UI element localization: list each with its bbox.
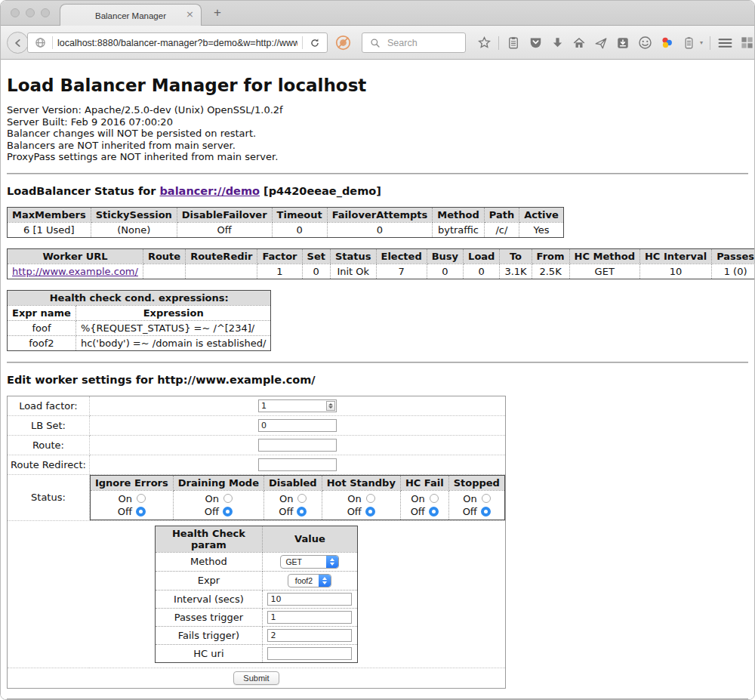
disabled-off-radio[interactable] <box>297 507 307 517</box>
zoom-window-button[interactable] <box>41 8 50 17</box>
hc-expr-select[interactable]: foof2 <box>288 574 331 587</box>
url-bar[interactable]: localhost:8880/balancer-manager?b=demo&w… <box>27 32 328 53</box>
send-tab-icon[interactable] <box>593 35 609 51</box>
col-timeout: Timeout <box>272 207 327 222</box>
heading-prefix: LoadBalancer Status for <box>7 185 159 197</box>
col-load: Load <box>464 248 500 264</box>
close-tab-icon[interactable]: × <box>186 9 194 20</box>
route-input[interactable] <box>258 439 337 452</box>
hc-method-select[interactable]: GET <box>280 555 339 569</box>
divider-rule <box>7 173 748 174</box>
pocket-icon[interactable] <box>528 35 543 51</box>
col-routeredir: RouteRedir <box>186 248 257 264</box>
cell-active: Yes <box>519 222 564 237</box>
col-hot-standby: Hot Standby <box>322 475 400 490</box>
hot-standby-on-radio[interactable] <box>366 494 375 503</box>
tiles-icon[interactable] <box>739 35 754 51</box>
loadbalancer-status-heading: LoadBalancer Status for balancer://demo … <box>7 185 748 197</box>
hc-passes-input[interactable] <box>267 611 352 624</box>
col-factor: Factor <box>257 248 302 264</box>
worker-url-link[interactable]: http://www.example.com/ <box>12 266 138 277</box>
menu-icon[interactable] <box>717 35 732 51</box>
emoji-extension-icon[interactable] <box>637 35 652 51</box>
hc-fail-on-radio[interactable] <box>430 494 439 503</box>
cell-route <box>143 264 185 279</box>
load-factor-row: Load factor: <box>8 396 506 415</box>
off-label: Off <box>205 506 219 517</box>
divider-rule <box>7 362 748 363</box>
hc-expr-row: Expr foof2 <box>155 571 357 590</box>
ignore-errors-off-radio[interactable] <box>136 507 146 517</box>
new-tab-button[interactable]: + <box>214 5 221 20</box>
cell-disablefailover: Off <box>177 222 272 237</box>
search-icon <box>368 35 383 51</box>
col-expr-name: Expr name <box>8 305 76 320</box>
draining-mode-off-radio[interactable] <box>223 507 233 517</box>
globe-icon <box>32 35 48 51</box>
route-redirect-row: Route Redirect: <box>8 455 506 474</box>
hc-fail-off-radio[interactable] <box>429 507 439 517</box>
colorful-extension-icon[interactable] <box>659 35 674 51</box>
cell-method: bytraffic <box>433 222 484 237</box>
close-window-button[interactable] <box>11 8 20 17</box>
persist-notice-line: Balancer changes will NOT be persisted o… <box>7 128 748 140</box>
hc-method-label: Method <box>155 552 262 571</box>
load-factor-input[interactable] <box>258 399 337 412</box>
submit-button[interactable]: Submit <box>233 671 279 685</box>
downloads-icon[interactable] <box>550 35 565 51</box>
expr-row-foof: foof %{REQUEST_STATUS} =~ /^[234]/ <box>8 320 271 335</box>
hc-uri-label: HC uri <box>155 644 262 662</box>
draining-mode-radios: On Off <box>205 493 233 517</box>
col-failoverattempts: FailoverAttempts <box>327 207 433 222</box>
cell-failoverattempts: 0 <box>327 222 433 237</box>
col-path: Path <box>484 207 519 222</box>
col-passes: Passes <box>712 248 754 264</box>
off-label: Off <box>463 506 477 517</box>
back-button[interactable] <box>7 32 29 54</box>
route-redirect-input[interactable] <box>258 458 337 471</box>
worker-header-row: Worker URL Route RouteRedir Factor Set S… <box>8 248 755 264</box>
reading-list-icon[interactable] <box>506 35 521 51</box>
urlbar-divider <box>52 36 53 49</box>
cell-expression: %{REQUEST_STATUS} =~ /^[234]/ <box>76 320 271 335</box>
expr-table-title: Health check cond. expressions: <box>8 290 271 305</box>
status-row: Status: Ignore Errors Draining Mode Disa… <box>8 474 506 520</box>
save-page-extension-icon[interactable] <box>615 35 630 51</box>
col-method: Method <box>433 207 484 222</box>
on-label: On <box>347 493 361 504</box>
stopped-on-radio[interactable] <box>482 494 491 503</box>
search-bar[interactable]: Search <box>362 32 466 53</box>
balancer-demo-link[interactable]: balancer://demo <box>159 185 260 197</box>
hc-fails-input[interactable] <box>267 629 352 642</box>
bookmark-star-icon[interactable] <box>476 35 492 51</box>
extension-caret-icon[interactable]: ▾ <box>700 39 703 46</box>
lb-set-input[interactable] <box>258 419 337 432</box>
hc-uri-input[interactable] <box>267 647 352 660</box>
disabled-on-radio[interactable] <box>297 494 307 503</box>
col-to: To <box>500 248 532 264</box>
cell-hc-method: GET <box>569 264 639 279</box>
navigation-bar: localhost:8880/balancer-manager?b=demo&w… <box>1 26 754 60</box>
hot-standby-radios: On Off <box>347 493 375 517</box>
url-text[interactable]: localhost:8880/balancer-manager?b=demo&w… <box>57 38 297 48</box>
cell-expression: hc('body') =~ /domain is established/ <box>76 335 271 350</box>
reload-icon[interactable] <box>307 35 322 51</box>
minimize-window-button[interactable] <box>26 8 35 17</box>
hc-interval-input[interactable] <box>267 593 352 606</box>
content-blocker-icon[interactable] <box>335 35 351 51</box>
battery-extension-icon[interactable] <box>681 35 696 51</box>
server-version-line: Server Version: Apache/2.5.0-dev (Unix) … <box>7 104 748 116</box>
back-arrow-icon <box>13 38 23 48</box>
stopped-off-radio[interactable] <box>481 507 491 517</box>
hc-interval-label: Interval (secs) <box>155 590 262 608</box>
cell-load: 0 <box>464 264 500 279</box>
tab-balancer-manager[interactable]: Balancer Manager × <box>60 4 202 26</box>
hc-passes-label: Passes trigger <box>155 608 262 626</box>
number-spinner-icon[interactable] <box>326 401 335 411</box>
col-hc-interval: HC Interval <box>639 248 711 264</box>
load-factor-stepper <box>258 399 337 412</box>
ignore-errors-on-radio[interactable] <box>137 494 146 503</box>
hot-standby-off-radio[interactable] <box>365 507 375 517</box>
home-icon[interactable] <box>572 35 587 51</box>
draining-mode-on-radio[interactable] <box>223 494 233 503</box>
